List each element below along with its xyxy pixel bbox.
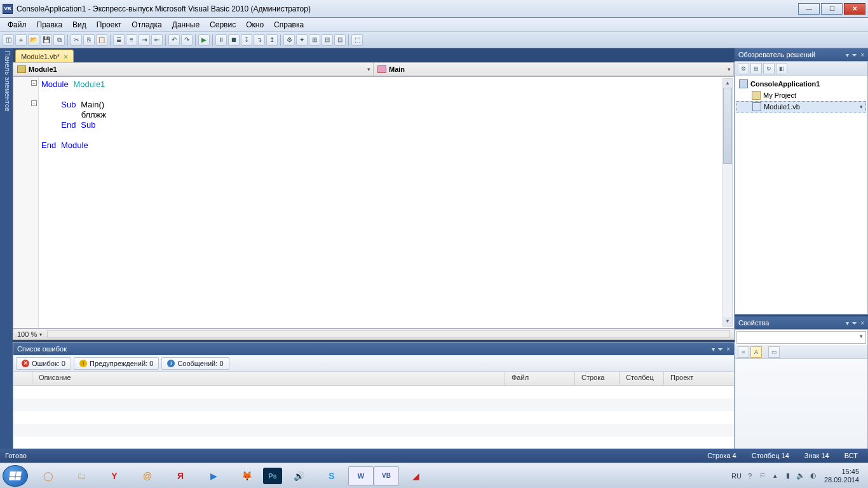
- document-tab-module1[interactable]: Module1.vb* ×: [15, 50, 74, 62]
- messages-filter-button[interactable]: iСообщений: 0: [161, 357, 229, 370]
- col-file[interactable]: Файл: [505, 372, 575, 385]
- menu-project[interactable]: Проект: [92, 19, 127, 30]
- toolbox-autohide-tab[interactable]: Панель элементов: [0, 48, 13, 463]
- menu-window[interactable]: Окно: [241, 19, 269, 30]
- taskbar-visualstudio-icon[interactable]: VB: [374, 466, 399, 485]
- menu-data[interactable]: Данные: [167, 19, 205, 30]
- method-selector[interactable]: Main: [374, 63, 734, 76]
- volume-tray-icon[interactable]: 🔈: [796, 471, 805, 480]
- tree-module-node[interactable]: Module1.vb: [736, 101, 866, 112]
- taskbar-firefox-icon[interactable]: 🦊: [230, 465, 263, 487]
- taskbar-yandex-icon[interactable]: Y: [98, 465, 131, 487]
- save-icon[interactable]: 💾: [41, 34, 52, 46]
- properties-icon[interactable]: ⚙: [738, 63, 749, 74]
- copy-icon[interactable]: ⎘: [83, 34, 95, 46]
- scroll-down-icon[interactable]: ▼: [723, 317, 732, 326]
- warnings-filter-button[interactable]: !Предупреждений: 0: [74, 357, 159, 370]
- menu-tools[interactable]: Сервис: [205, 19, 241, 30]
- taskbar-sound-icon[interactable]: 🔊: [282, 465, 315, 487]
- properties-object-selector[interactable]: [736, 331, 866, 344]
- start-button[interactable]: [3, 465, 28, 487]
- step-into-icon[interactable]: ↧: [241, 34, 252, 46]
- step-out-icon[interactable]: ↥: [266, 34, 278, 46]
- menu-edit[interactable]: Правка: [32, 19, 68, 30]
- col-description[interactable]: Описание: [32, 372, 505, 385]
- taskbar-player-icon[interactable]: ▶: [197, 465, 230, 487]
- fold-toggle-icon[interactable]: –: [31, 100, 37, 106]
- help-tray-icon[interactable]: ?: [745, 471, 754, 480]
- fold-toggle-icon[interactable]: –: [31, 80, 37, 86]
- taskbar-chrome-icon[interactable]: ◯: [32, 465, 65, 487]
- panel-close-icon[interactable]: ×: [726, 346, 730, 353]
- flag-tray-icon[interactable]: ⚐: [758, 471, 767, 480]
- close-button[interactable]: ✕: [844, 3, 865, 15]
- class-selector[interactable]: Module1: [13, 63, 374, 76]
- zoom-level[interactable]: 100 %: [17, 330, 37, 338]
- uncomment-icon[interactable]: ≡: [126, 34, 137, 46]
- tool-icon[interactable]: ✦: [296, 34, 308, 46]
- editor-horizontal-scrollbar[interactable]: [47, 330, 730, 338]
- properties-grid[interactable]: [735, 359, 867, 462]
- close-tab-icon[interactable]: ×: [64, 53, 67, 60]
- property-pages-icon[interactable]: ▭: [768, 346, 780, 358]
- taskbar-clock[interactable]: 15:45 28.09.2014: [822, 468, 862, 484]
- categorized-icon[interactable]: ≡: [738, 346, 749, 358]
- open-icon[interactable]: 📂: [28, 34, 39, 46]
- taskbar-explorer-icon[interactable]: 🗂: [65, 465, 98, 487]
- network-tray-icon[interactable]: ▮: [783, 471, 792, 480]
- tree-myproject-node[interactable]: My Project: [736, 90, 866, 101]
- tree-project-node[interactable]: ConsoleApplication1: [736, 78, 866, 90]
- cut-icon[interactable]: ✂: [71, 34, 82, 46]
- undo-icon[interactable]: ↶: [168, 34, 180, 46]
- panel-dropdown-icon[interactable]: ▾: [712, 346, 715, 353]
- tray-icon[interactable]: ◐: [809, 471, 818, 480]
- show-hidden-tray-icon[interactable]: ▴: [771, 471, 780, 480]
- col-line[interactable]: Строка: [575, 372, 620, 385]
- outdent-icon[interactable]: ⇤: [151, 34, 163, 46]
- errors-filter-button[interactable]: ✕Ошибок: 0: [16, 357, 71, 370]
- code-content[interactable]: Module Module1 Sub Main() бллжж End Sub …: [41, 79, 106, 151]
- code-editor[interactable]: – – Module Module1 Sub Main() бллжж End …: [13, 76, 735, 329]
- col-column[interactable]: Столбец: [620, 372, 664, 385]
- menu-help[interactable]: Справка: [269, 19, 309, 30]
- tool-icon[interactable]: ⊡: [334, 34, 346, 46]
- tool-icon[interactable]: ⊟: [322, 34, 333, 46]
- comment-icon[interactable]: ≣: [113, 34, 125, 46]
- save-all-icon[interactable]: ⧉: [53, 34, 65, 46]
- view-code-icon[interactable]: ◧: [776, 63, 787, 74]
- taskbar-ya-icon[interactable]: Я: [164, 465, 197, 487]
- show-all-icon[interactable]: ⊞: [750, 63, 762, 74]
- taskbar-mail-icon[interactable]: @: [131, 465, 164, 487]
- scroll-up-icon[interactable]: ▲: [723, 79, 732, 88]
- refresh-icon[interactable]: ↻: [763, 63, 775, 74]
- alphabetical-icon[interactable]: A: [750, 346, 762, 358]
- toolbox-icon[interactable]: ⚙: [283, 34, 295, 46]
- break-icon[interactable]: ⏸: [215, 34, 227, 46]
- properties-header[interactable]: Свойства ▾ ⏷ ×: [735, 316, 868, 329]
- solution-explorer-header[interactable]: Обозреватель решений ▾ ⏷ ×: [735, 48, 868, 61]
- maximize-button[interactable]: ☐: [821, 3, 843, 15]
- tool-icon[interactable]: ⊞: [309, 34, 320, 46]
- taskbar-adobe-icon[interactable]: ◢: [399, 465, 432, 487]
- col-project[interactable]: Проект: [664, 372, 734, 385]
- panel-pin-icon[interactable]: ⏷: [851, 51, 858, 58]
- panel-pin-icon[interactable]: ⏷: [851, 320, 858, 327]
- stop-icon[interactable]: ⏹: [228, 34, 240, 46]
- indent-icon[interactable]: ⇥: [139, 34, 150, 46]
- taskbar-skype-icon[interactable]: S: [315, 465, 348, 487]
- minimize-button[interactable]: —: [798, 3, 820, 15]
- error-list-header[interactable]: Список ошибок ▾ ⏷ ×: [13, 342, 734, 355]
- solution-tree[interactable]: ConsoleApplication1 My Project Module1.v…: [735, 76, 867, 314]
- taskbar-word-icon[interactable]: W: [348, 466, 374, 485]
- editor-vertical-scrollbar[interactable]: ▲ ▼: [722, 78, 733, 327]
- panel-dropdown-icon[interactable]: ▾: [846, 320, 849, 327]
- new-project-icon[interactable]: ◫: [3, 34, 14, 46]
- menu-view[interactable]: Вид: [67, 19, 92, 30]
- panel-pin-icon[interactable]: ⏷: [717, 346, 724, 353]
- language-indicator[interactable]: RU: [731, 472, 742, 480]
- paste-icon[interactable]: 📋: [96, 34, 107, 46]
- step-over-icon[interactable]: ↴: [254, 34, 265, 46]
- extensions-icon[interactable]: ⬚: [351, 34, 363, 46]
- panel-dropdown-icon[interactable]: ▾: [846, 51, 849, 58]
- zoom-dropdown-icon[interactable]: ▾: [39, 332, 42, 337]
